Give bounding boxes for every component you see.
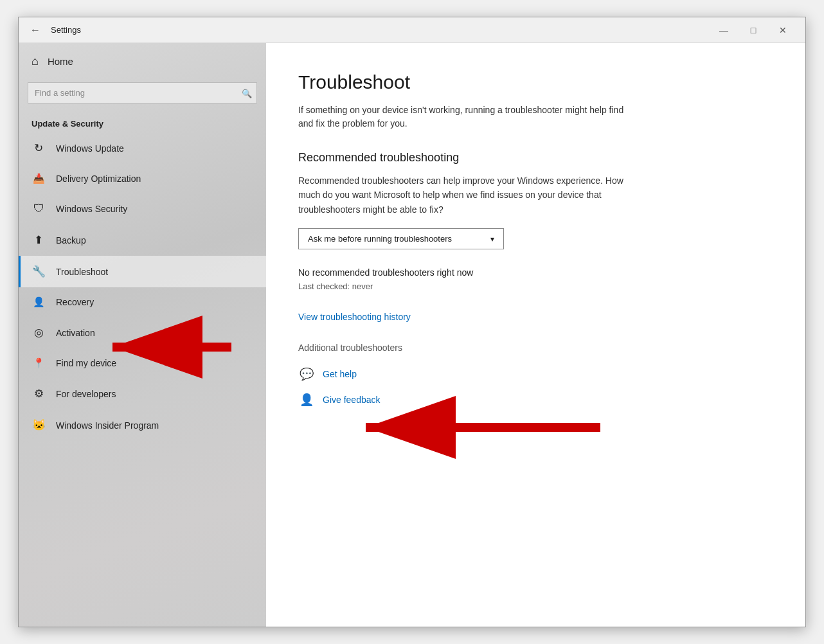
sidebar: ⌂ Home 🔍 Update & Security ↻ Windows Upd… <box>19 43 266 627</box>
windows-update-icon: ↻ <box>31 141 46 155</box>
sidebar-item-label: For developers <box>56 389 116 399</box>
windows-insider-icon: 🐱 <box>31 418 46 432</box>
sidebar-item-find-my-device[interactable]: 📍 Find my device <box>19 348 266 378</box>
window-title: Settings <box>51 25 81 35</box>
backup-icon: ⬆ <box>31 233 46 247</box>
sidebar-item-label: Windows Security <box>56 204 127 214</box>
sidebar-item-label: Windows Update <box>56 143 124 154</box>
window-controls: — □ ✕ <box>709 20 798 40</box>
sidebar-item-backup[interactable]: ⬆ Backup <box>19 224 266 256</box>
sidebar-item-delivery-optimization[interactable]: 📥 Delivery Optimization <box>19 164 266 193</box>
sidebar-item-label: Windows Insider Program <box>56 420 159 431</box>
troubleshoot-icon: 🔧 <box>31 265 46 278</box>
delivery-optimization-icon: 📥 <box>31 173 46 184</box>
title-bar: ← Settings — □ ✕ <box>19 17 805 43</box>
home-icon: ⌂ <box>31 55 39 68</box>
dropdown-chevron-icon: ▾ <box>490 235 494 244</box>
sidebar-item-label: Find my device <box>56 358 116 368</box>
annotation-arrows <box>266 43 805 627</box>
search-input[interactable] <box>28 82 257 103</box>
sidebar-item-label: Delivery Optimization <box>56 174 141 184</box>
get-help-item: 💬 Get help <box>298 366 773 382</box>
give-feedback-item: 👤 Give feedback <box>298 391 773 408</box>
sidebar-item-windows-update[interactable]: ↻ Windows Update <box>19 132 266 164</box>
page-description: If something on your device isn't workin… <box>298 103 632 130</box>
maximize-button[interactable]: □ <box>739 20 768 40</box>
close-button[interactable]: ✕ <box>768 20 798 40</box>
sidebar-item-label: Activation <box>56 328 95 338</box>
troubleshooter-dropdown[interactable]: Ask me before running troubleshooters ▾ <box>298 228 504 249</box>
for-developers-icon: ⚙ <box>31 387 46 400</box>
get-help-icon: 💬 <box>298 366 315 382</box>
page-title: Troubleshoot <box>298 71 773 93</box>
activation-icon: ◎ <box>31 326 46 339</box>
sidebar-item-activation[interactable]: ◎ Activation <box>19 317 266 348</box>
recommended-description: Recommended troubleshooters can help imp… <box>298 174 632 217</box>
help-links: 💬 Get help 👤 Give feedback <box>298 366 773 408</box>
sidebar-section-label: Update & Security <box>19 112 266 132</box>
main-content: ⌂ Home 🔍 Update & Security ↻ Windows Upd… <box>19 43 805 627</box>
back-button[interactable]: ← <box>26 22 44 39</box>
give-feedback-link[interactable]: Give feedback <box>323 395 381 405</box>
sidebar-item-label: Recovery <box>56 297 94 307</box>
sidebar-item-windows-security[interactable]: 🛡 Windows Security <box>19 193 266 224</box>
search-box: 🔍 <box>28 82 257 103</box>
get-help-link[interactable]: Get help <box>323 369 357 379</box>
sidebar-home-button[interactable]: ⌂ Home <box>19 43 266 80</box>
content-panel: Troubleshoot If something on your device… <box>266 43 805 627</box>
search-icon: 🔍 <box>242 88 252 98</box>
sidebar-item-label: Backup <box>56 235 86 246</box>
recommended-section-title: Recommended troubleshooting <box>298 151 773 165</box>
minimize-button[interactable]: — <box>709 20 739 40</box>
home-label: Home <box>48 56 73 67</box>
view-history-link[interactable]: View troubleshooting history <box>298 312 411 322</box>
sidebar-item-windows-insider[interactable]: 🐱 Windows Insider Program <box>19 409 266 441</box>
sidebar-item-for-developers[interactable]: ⚙ For developers <box>19 378 266 409</box>
sidebar-item-troubleshoot[interactable]: 🔧 Troubleshoot <box>19 256 266 287</box>
recovery-icon: 👤 <box>31 296 46 308</box>
give-feedback-icon: 👤 <box>298 391 315 408</box>
windows-security-icon: 🛡 <box>31 202 46 215</box>
dropdown-value: Ask me before running troubleshooters <box>308 234 452 244</box>
sidebar-item-label: Troubleshoot <box>56 267 108 277</box>
additional-troubleshooters-title: Additional troubleshooters <box>298 343 773 353</box>
no-troubleshooters-text: No recommended troubleshooters right now <box>298 267 773 278</box>
find-my-device-icon: 📍 <box>31 357 46 369</box>
settings-window: ← Settings — □ ✕ ⌂ Home 🔍 Update & Secur… <box>18 17 806 627</box>
sidebar-item-recovery[interactable]: 👤 Recovery <box>19 287 266 317</box>
title-bar-left: ← Settings <box>26 22 709 39</box>
last-checked-text: Last checked: never <box>298 282 773 291</box>
